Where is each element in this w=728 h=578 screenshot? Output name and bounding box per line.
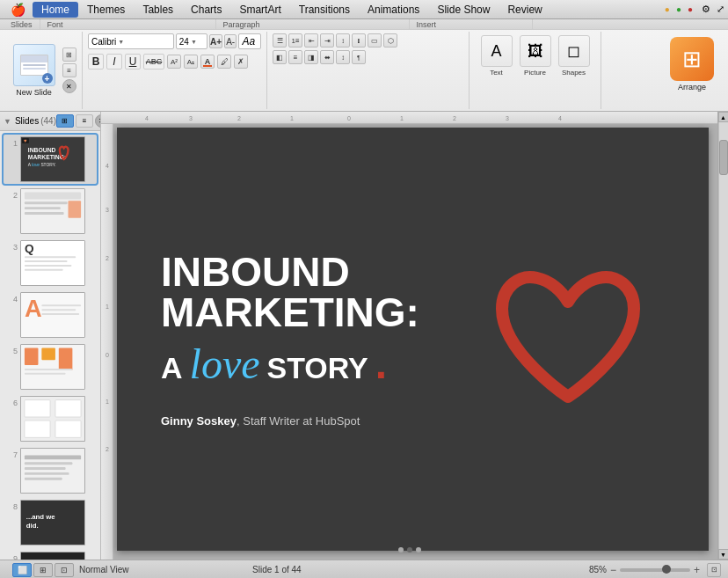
slide-sorter-btn[interactable]: ⊞ (33, 563, 53, 577)
window-minimize[interactable]: ● (665, 4, 670, 14)
svg-rect-33 (25, 455, 81, 459)
slide-item-2[interactable]: 2 (4, 187, 97, 236)
font-size-combo[interactable]: 24▼ (176, 33, 207, 49)
arrange-button[interactable]: ⊞ Arrange (666, 35, 717, 93)
slide-item-8[interactable]: 8 ...and we did. (4, 498, 97, 547)
slide-item-7[interactable]: 7 (4, 446, 97, 495)
align-center-btn[interactable]: ≡ (288, 50, 302, 64)
italic-btn[interactable]: I (106, 54, 122, 70)
shapes-insert-btn[interactable]: ◻ Shapes (557, 33, 592, 78)
menu-item-charts[interactable]: Charts (182, 2, 230, 18)
slide-num-3: 3 (5, 240, 18, 252)
svg-rect-12 (25, 256, 76, 258)
scroll-thumb[interactable] (719, 140, 728, 175)
svg-rect-19 (41, 309, 76, 311)
close-panel-btn[interactable]: ✕ (62, 79, 76, 93)
svg-text:INBOUND: INBOUND (28, 147, 56, 153)
scroll-dots (398, 547, 421, 552)
paragraph-spacing-btn[interactable]: ¶ (352, 50, 366, 64)
clear-format-btn[interactable]: ✗ (234, 55, 248, 69)
new-slide-button[interactable]: + New Slide (10, 42, 59, 99)
menu-item-slideshow[interactable]: Slide Show (428, 2, 499, 18)
line-spacing-btn[interactable]: ↕ (336, 50, 350, 64)
svg-rect-68 (101, 124, 113, 560)
svg-rect-34 (25, 462, 72, 465)
justify-btn[interactable]: ⬌ (320, 50, 334, 64)
settings-icon[interactable]: ⚙ (702, 4, 710, 15)
indent-increase-btn[interactable]: ⇥ (320, 33, 334, 48)
menu-item-themes[interactable]: Themes (78, 2, 134, 18)
columns-btn[interactable]: ⫾ (352, 33, 366, 48)
scroll-up-btn[interactable]: ▲ (718, 112, 729, 122)
right-scrollbar[interactable]: ▲ ▼ (717, 112, 728, 560)
menu-item-animations[interactable]: Animations (359, 2, 428, 18)
align-left-btn[interactable]: ◧ (273, 50, 287, 64)
indent-decrease-btn[interactable]: ⇤ (304, 33, 318, 48)
subscript-btn[interactable]: A₂ (184, 55, 198, 69)
list-view-btn[interactable]: ≡ (62, 63, 76, 77)
scroll-dot-3 (416, 547, 421, 552)
picture-insert-btn[interactable]: 🖼 Picture (518, 33, 553, 78)
font-size-decrease[interactable]: A- (224, 34, 237, 48)
font-style-combo[interactable]: Aa (238, 33, 261, 49)
view-icons: ⬜ ⊞ ⊡ (12, 563, 74, 577)
window-close[interactable]: ● (688, 4, 693, 14)
presenter-view-btn[interactable]: ⊡ (55, 563, 74, 577)
svg-text:...and we: ...and we (26, 513, 55, 521)
slide-thumb-4: A (20, 292, 85, 338)
underline-btn[interactable]: U (125, 54, 141, 70)
zoom-thumb[interactable] (662, 565, 671, 574)
menu-item-tables[interactable]: Tables (134, 2, 182, 18)
slide-subtitle-love: love (190, 340, 260, 388)
ruler-vertical: 4 3 2 1 0 1 2 (101, 124, 113, 560)
menu-item-transitions[interactable]: Transitions (290, 2, 359, 18)
numbers-btn[interactable]: 1≡ (288, 33, 302, 48)
slide-item-3[interactable]: 3 Q (4, 238, 97, 288)
normal-view-btn[interactable]: ⬜ (12, 563, 32, 577)
slide-panel-close-btn[interactable]: ✕ (95, 114, 101, 128)
font-name-combo[interactable]: Calibri▼ (88, 33, 174, 49)
align-right-btn[interactable]: ◨ (304, 50, 318, 64)
fit-window-btn[interactable]: ⊡ (707, 563, 721, 577)
ribbon-arrange-section: ⊞ Arrange (601, 32, 724, 109)
apple-menu[interactable]: 🍎 (4, 3, 33, 17)
grid-view-btn[interactable]: ⊞ (62, 48, 76, 62)
zoom-out-btn[interactable]: − (610, 564, 616, 576)
svg-text:3: 3 (506, 115, 509, 121)
strikethrough-btn[interactable]: ABC (143, 54, 164, 70)
slides-panel-title: Slides (15, 116, 39, 126)
superscript-btn[interactable]: A² (167, 55, 181, 69)
svg-text:2: 2 (237, 115, 241, 121)
text-box-insert-btn[interactable]: A Text (479, 33, 514, 78)
zoom-controls: 85% − + ⊡ (425, 563, 721, 577)
font-size-increase[interactable]: A+ (209, 34, 222, 48)
svg-rect-28 (25, 400, 50, 417)
slide-author-rest: , Staff Writer at HubSpot (237, 414, 360, 428)
text-box-btn[interactable]: ▭ (368, 33, 382, 48)
slide-item-4[interactable]: 4 A (4, 290, 97, 340)
resize-icon[interactable]: ⤢ (717, 4, 724, 15)
zoom-in-btn[interactable]: + (694, 564, 700, 576)
highlight-btn[interactable]: 🖊 (217, 55, 231, 69)
slide-item-1[interactable]: 1 INBOUND MARKETING: A love STORY. ♥ (4, 135, 97, 184)
bold-btn[interactable]: B (88, 54, 104, 70)
svg-text:1: 1 (400, 115, 404, 121)
scroll-down-btn[interactable]: ▼ (718, 549, 729, 560)
window-zoom[interactable]: ● (676, 4, 681, 14)
slide-item-6[interactable]: 6 (4, 394, 97, 443)
slides-panel-collapse-icon[interactable]: ▼ (4, 117, 11, 126)
slide-item-9[interactable]: 9 TACTICS (4, 550, 97, 560)
slide-item-5[interactable]: 5 (4, 342, 97, 391)
menu-item-smartart[interactable]: SmartArt (230, 2, 289, 18)
smartart-para-btn[interactable]: ⬡ (383, 33, 397, 48)
slide-list-view-btn[interactable]: ≡ (76, 114, 93, 128)
menu-item-home[interactable]: Home (33, 2, 78, 18)
bullets-btn[interactable]: ☰ (273, 33, 287, 48)
zoom-slider[interactable] (620, 568, 690, 572)
text-direction-btn[interactable]: ↕ (336, 33, 350, 48)
slide-grid-view-btn[interactable]: ⊞ (56, 114, 74, 128)
menu-item-review[interactable]: Review (499, 2, 550, 18)
main-area: ▼ Slides (44) ⊞ ≡ ✕ 1 INBOUND MARKETING:… (0, 112, 728, 560)
font-color-btn[interactable]: A (200, 55, 215, 69)
svg-rect-8 (25, 212, 64, 215)
